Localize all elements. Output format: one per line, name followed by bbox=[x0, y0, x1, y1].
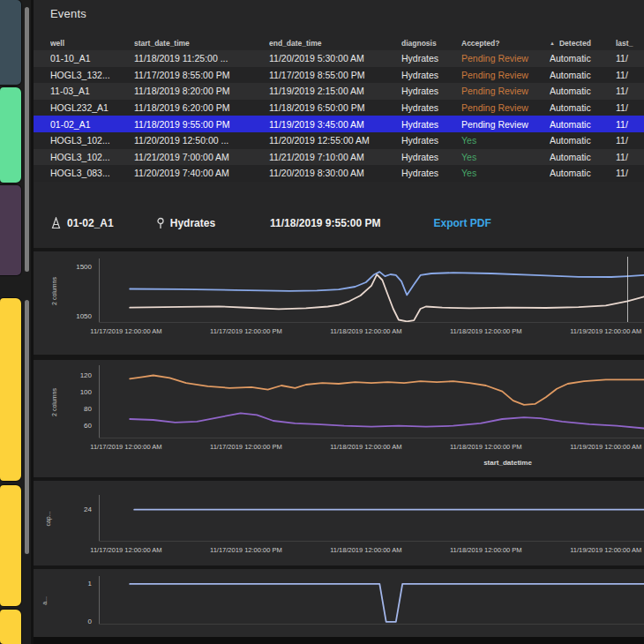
cell-accepted: Yes bbox=[461, 152, 550, 162]
event-row-HOGL3_132...[interactable]: HOGL3_132...11/17/2019 8:55:00 PM11/17/2… bbox=[34, 67, 644, 84]
cell-last: 11/ bbox=[616, 102, 644, 113]
detail-well: 01-02_A1 bbox=[50, 217, 114, 229]
x-tick-label: 11/19/2019 12:00:00 AM bbox=[570, 443, 641, 451]
cell-start: 11/20/2019 12:50:00 ... bbox=[134, 135, 269, 146]
column-header-well[interactable]: well bbox=[50, 35, 134, 50]
diagnosis-pin-icon bbox=[156, 217, 165, 229]
sort-ascending-icon: ▲ bbox=[550, 41, 555, 46]
cell-start: 11/18/2019 6:20:00 PM bbox=[134, 102, 269, 113]
chart-panel-pressure: 2 columns1500105011/17/2019 12:00:00 AM1… bbox=[34, 251, 644, 355]
sidebar-block-slate[interactable] bbox=[0, 0, 21, 85]
cell-last: 11/ bbox=[616, 152, 644, 162]
cell-end: 11/19/2019 2:15:00 AM bbox=[269, 86, 401, 96]
cell-diagnosis: Hydrates bbox=[401, 86, 461, 96]
crosshair-cursor-line bbox=[627, 257, 628, 322]
cell-diagnosis: Hydrates bbox=[401, 102, 461, 113]
cell-accepted: Pending Review bbox=[461, 53, 550, 64]
plot-area[interactable] bbox=[99, 260, 644, 322]
event-row-HOGL232_A1[interactable]: HOGL232_A111/18/2019 6:20:00 PM11/18/201… bbox=[34, 100, 644, 116]
sidebar-block-mint[interactable] bbox=[0, 87, 21, 183]
sidebar-block-yellow-1[interactable] bbox=[0, 298, 21, 481]
y-tick-label: 100 bbox=[58, 388, 92, 396]
detail-diagnosis-label: Hydrates bbox=[170, 217, 215, 229]
cell-well: 11-03_A1 bbox=[50, 86, 134, 96]
detail-well-label: 01-02_A1 bbox=[67, 217, 114, 229]
cell-detected: Automatic bbox=[550, 70, 616, 80]
cell-end: 11/18/2019 6:50:00 PM bbox=[269, 102, 401, 113]
cell-accepted: Pending Review bbox=[461, 70, 550, 80]
y-tick-label: 120 bbox=[58, 371, 92, 379]
event-row-HOGL3_083...[interactable]: HOGL3_083...11/20/2019 7:40:00 AM11/20/2… bbox=[34, 165, 644, 182]
cell-start: 11/20/2019 7:40:00 AM bbox=[134, 168, 269, 178]
cell-well: HOGL3_102... bbox=[50, 152, 134, 162]
cell-detected: Automatic bbox=[550, 152, 616, 162]
cell-last: 11/ bbox=[616, 70, 644, 80]
cell-well: HOGL232_A1 bbox=[50, 102, 134, 113]
series-purple bbox=[130, 413, 644, 428]
y-tick-label: 80 bbox=[58, 405, 92, 413]
cell-diagnosis: Hydrates bbox=[401, 152, 461, 162]
x-tick-label: 11/19/2019 12:00:00 AM bbox=[570, 327, 641, 335]
event-row-HOGL3_102...[interactable]: HOGL3_102...11/20/2019 12:50:00 ...11/20… bbox=[34, 132, 644, 149]
y-tick-label: 1500 bbox=[58, 263, 92, 271]
event-row-HOGL3_102...[interactable]: HOGL3_102...11/21/2019 7:00:00 AM11/21/2… bbox=[34, 149, 644, 166]
x-tick-label: 11/17/2019 12:00:00 PM bbox=[210, 546, 282, 554]
chart-panel-status: a...10 bbox=[34, 569, 644, 637]
y-axis-label: a... bbox=[41, 596, 48, 605]
x-axis-line bbox=[99, 541, 644, 542]
column-header-start[interactable]: start_date_time bbox=[134, 35, 269, 50]
x-axis-line bbox=[99, 624, 644, 625]
x-axis-title: start_datetime bbox=[483, 459, 532, 467]
cell-end: 11/20/2019 8:30:00 AM bbox=[269, 168, 401, 178]
cell-end: 11/17/2019 8:55:00 PM bbox=[269, 70, 401, 80]
scrollbar-thumb-top[interactable] bbox=[25, 7, 29, 272]
cell-start: 11/18/2019 9:55:00 PM bbox=[134, 119, 269, 130]
cell-diagnosis: Hydrates bbox=[401, 70, 461, 80]
y-tick-label: 0 bbox=[58, 618, 92, 625]
scrollbar-thumb-bottom[interactable] bbox=[25, 300, 29, 554]
series-cream bbox=[130, 274, 644, 321]
cell-well: HOGL3_132... bbox=[50, 70, 134, 80]
events-table-body: 01-10_A111/18/2019 11:25:00 ...11/20/201… bbox=[34, 50, 644, 182]
cell-accepted: Pending Review bbox=[461, 119, 550, 130]
x-axis-line bbox=[99, 438, 644, 438]
cell-well: HOGL3_102... bbox=[50, 135, 134, 146]
column-header-end[interactable]: end_date_time bbox=[269, 35, 401, 50]
x-tick-label: 11/18/2019 12:00:00 AM bbox=[330, 546, 401, 554]
column-header-detected[interactable]: ▲Detected bbox=[550, 35, 616, 50]
cell-detected: Automatic bbox=[550, 86, 616, 96]
cell-end: 11/20/2019 5:30:00 AM bbox=[269, 53, 401, 64]
events-title: Events bbox=[50, 7, 86, 20]
well-derrick-icon bbox=[50, 217, 62, 229]
export-pdf-button[interactable]: Export PDF bbox=[434, 217, 491, 229]
cell-end: 11/19/2019 3:45:00 AM bbox=[269, 119, 401, 130]
sidebar-block-yellow-2[interactable] bbox=[0, 485, 21, 606]
event-row-11-03_A1[interactable]: 11-03_A111/18/2019 8:20:00 PM11/19/2019 … bbox=[34, 83, 644, 100]
cell-last: 11/ bbox=[616, 86, 644, 96]
column-header-accepted[interactable]: Accepted? bbox=[461, 35, 550, 50]
plot-area[interactable] bbox=[99, 578, 644, 624]
x-tick-label: 11/19/2019 12:00:00 AM bbox=[570, 546, 641, 554]
column-header-diagnosis[interactable]: diagnosis bbox=[401, 35, 461, 50]
cell-diagnosis: Hydrates bbox=[401, 168, 461, 178]
cell-start: 11/17/2019 8:55:00 PM bbox=[134, 70, 269, 80]
event-row-01-10_A1[interactable]: 01-10_A111/18/2019 11:25:00 ...11/20/201… bbox=[34, 50, 644, 67]
sidebar-block-plum[interactable] bbox=[0, 185, 21, 275]
cell-detected: Automatic bbox=[550, 135, 616, 146]
sidebar-block-yellow-3[interactable] bbox=[0, 610, 21, 644]
event-row-01-02_A1[interactable]: 01-02_A111/18/2019 9:55:00 PM11/19/2019 … bbox=[34, 116, 644, 132]
plot-area[interactable] bbox=[99, 367, 644, 438]
events-dashboard: Events wellstart_date_timeend_date_timed… bbox=[0, 0, 644, 644]
cell-detected: Automatic bbox=[550, 168, 616, 178]
x-tick-label: 11/18/2019 12:00:00 AM bbox=[330, 443, 401, 451]
detail-datetime-label: 11/18/2019 9:55:00 PM bbox=[270, 217, 380, 229]
detail-datetime: 11/18/2019 9:55:00 PM bbox=[270, 217, 380, 229]
events-panel: Events wellstart_date_timeend_date_timed… bbox=[34, 0, 644, 248]
chart-panel-rates: 2 columns120100806011/17/2019 12:00:00 A… bbox=[34, 360, 644, 477]
cell-detected: Automatic bbox=[550, 102, 616, 113]
x-tick-label: 11/18/2019 12:00:00 PM bbox=[450, 443, 522, 451]
plot-area[interactable] bbox=[99, 497, 644, 541]
x-tick-label: 11/17/2019 12:00:00 AM bbox=[90, 546, 161, 554]
cell-start: 11/18/2019 11:25:00 ... bbox=[134, 53, 269, 64]
column-header-last[interactable]: last_ bbox=[616, 35, 644, 50]
